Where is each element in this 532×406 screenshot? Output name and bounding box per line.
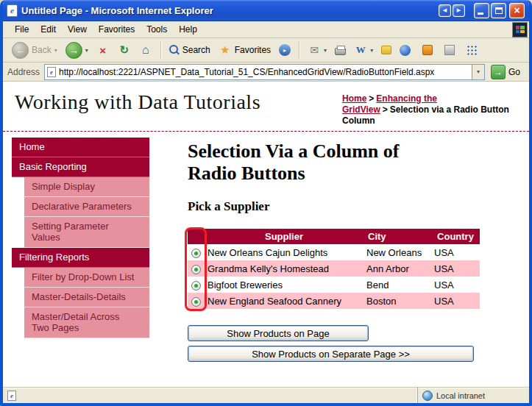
discuss-icon (381, 46, 391, 54)
media-icon: ▸ (279, 44, 291, 56)
discuss-button[interactable] (378, 44, 394, 56)
toolbar-extra-button-1[interactable] (419, 43, 436, 57)
page-heading: Selection Via a Column of Radio Buttons (188, 140, 449, 185)
browser-window: e Untitled Page - Microsoft Internet Exp… (0, 0, 532, 406)
favorites-button[interactable]: ★ Favorites (216, 42, 274, 58)
sidebar-item-master-details-details[interactable]: Master-Details-Details (24, 288, 149, 307)
home-button[interactable]: ⌂ (136, 42, 155, 58)
print-button[interactable] (332, 43, 349, 57)
grid-header-supplier: Supplier (205, 229, 363, 244)
site-title: Working with Data Tutorials (15, 90, 342, 127)
menu-item-favorites[interactable]: Favorites (93, 22, 141, 37)
media-button[interactable]: ▸ (276, 43, 294, 57)
menu-item-file[interactable]: File (9, 22, 35, 37)
status-zone: Local intranet (417, 388, 529, 403)
address-dropdown-button[interactable]: ▾ (472, 65, 484, 79)
supplier-radio-3[interactable] (191, 297, 201, 307)
toolbar-extra-button-3[interactable] (464, 43, 480, 57)
status-zone-label: Local intranet (436, 391, 485, 400)
toolbar-separator (299, 41, 299, 59)
supplier-cell: New Orleans Cajun Delights (205, 244, 363, 260)
breadcrumb: Home>Enhancing the GridView>Selection vi… (342, 90, 519, 127)
prev-icon: ◀ (443, 7, 447, 13)
titlebar-next-button[interactable]: ▶ (453, 4, 465, 17)
city-cell: Ann Arbor (363, 260, 431, 277)
forward-button[interactable]: → ▾ (63, 40, 91, 60)
sidebar-item-basic-reporting[interactable]: Basic Reporting (12, 157, 149, 177)
close-button[interactable]: × (509, 3, 525, 18)
local-intranet-icon (422, 391, 433, 401)
supplier-radio-0[interactable] (191, 249, 201, 258)
sidebar-item-master-detail-across-two-pages[interactable]: Master/Detail Across Two Pages (24, 307, 149, 338)
sidebar-item-filtering-reports[interactable]: Filtering Reports (12, 248, 149, 268)
page-header: Working with Data Tutorials Home>Enhanci… (3, 82, 529, 129)
sidebar-item-home[interactable]: Home (12, 138, 149, 157)
supplier-cell: New England Seafood Cannery (205, 293, 363, 309)
refresh-button[interactable]: ↻ (115, 42, 134, 58)
country-cell: USA (431, 277, 480, 293)
address-input[interactable] (56, 65, 472, 79)
toolbar-extra-button-2[interactable] (441, 43, 458, 57)
action-buttons: Show Products on Page Show Products on S… (188, 325, 483, 362)
titlebar-prev-button[interactable]: ◀ (439, 4, 451, 17)
city-cell: Boston (363, 293, 431, 309)
supplier-radio-2[interactable] (191, 281, 201, 291)
refresh-icon: ↻ (118, 43, 131, 57)
table-row: Bigfoot Breweries Bend USA (188, 277, 480, 293)
address-page-icon: e (47, 67, 56, 77)
menu-item-edit[interactable]: Edit (35, 22, 62, 37)
minimize-button[interactable] (474, 3, 489, 18)
status-page-icon: e (7, 391, 16, 401)
menu-item-view[interactable]: View (62, 22, 93, 37)
suppliers-grid-wrap: Supplier City Country New Orleans Cajun … (188, 229, 480, 309)
toolbar-separator (160, 41, 161, 59)
country-cell: USA (431, 244, 480, 260)
toolbar-extra-icon-2 (444, 45, 455, 55)
toolbar: ← Back ▾ → ▾ × ↻ ⌂ Search ★ Favorites ▸ … (3, 38, 529, 63)
menu-item-tools[interactable]: Tools (141, 22, 173, 37)
sidebar: Home Basic Reporting Simple Display Decl… (12, 138, 149, 366)
address-field: e ▾ (44, 64, 485, 80)
sidebar-item-filter-by-drop-down-list[interactable]: Filter by Drop-Down List (24, 268, 149, 288)
go-icon: → (491, 65, 506, 79)
titlebar: e Untitled Page - Microsoft Internet Exp… (3, 0, 529, 21)
show-products-on-separate-page-button[interactable]: Show Products on Separate Page >> (188, 346, 474, 362)
section-heading: Pick a Supplier (188, 199, 483, 214)
sidebar-item-declarative-parameters[interactable]: Declarative Parameters (24, 197, 149, 217)
mail-button[interactable]: ✉ ▾ (305, 42, 330, 58)
table-row: Grandma Kelly's Homestead Ann Arbor USA (188, 260, 480, 277)
home-icon: ⌂ (139, 43, 152, 57)
back-button[interactable]: ← Back ▾ (9, 40, 60, 60)
stop-button[interactable]: × (93, 42, 113, 58)
radio-dot (194, 284, 198, 288)
supplier-radio-1[interactable] (191, 265, 201, 274)
printer-icon (335, 48, 346, 55)
edit-button[interactable]: W ▾ (351, 42, 376, 58)
search-button[interactable]: Search (166, 43, 213, 57)
menu-item-help[interactable]: Help (173, 22, 203, 37)
grid-header-row: Supplier City Country (188, 229, 480, 244)
suppliers-grid: Supplier City Country New Orleans Cajun … (188, 229, 480, 309)
sidebar-item-setting-parameter-values[interactable]: Setting Parameter Values (24, 217, 149, 248)
header-divider (3, 131, 529, 132)
addressbar: Address e ▾ → Go (3, 63, 529, 82)
close-icon: × (514, 4, 519, 16)
show-products-on-page-button[interactable]: Show Products on Page (188, 325, 369, 341)
mail-caret-icon: ▾ (324, 47, 327, 54)
country-cell: USA (431, 260, 480, 277)
stop-icon: × (96, 43, 110, 57)
toolbar-extra-icon-3 (467, 45, 477, 55)
window-title: Untitled Page - Microsoft Internet Explo… (21, 5, 435, 16)
search-label: Search (182, 45, 210, 55)
go-button[interactable]: → Go (489, 64, 525, 80)
maximize-button[interactable] (491, 3, 506, 18)
back-caret-icon: ▾ (54, 47, 57, 54)
favorites-icon: ★ (219, 43, 232, 57)
menubar: File Edit View Favorites Tools Help (3, 21, 529, 38)
status-text-area: e (3, 388, 417, 403)
sidebar-item-simple-display[interactable]: Simple Display (24, 177, 149, 197)
breadcrumb-link-home[interactable]: Home (342, 93, 366, 104)
supplier-cell: Bigfoot Breweries (205, 277, 363, 293)
windows-logo (512, 22, 528, 38)
messenger-button[interactable] (397, 43, 414, 57)
